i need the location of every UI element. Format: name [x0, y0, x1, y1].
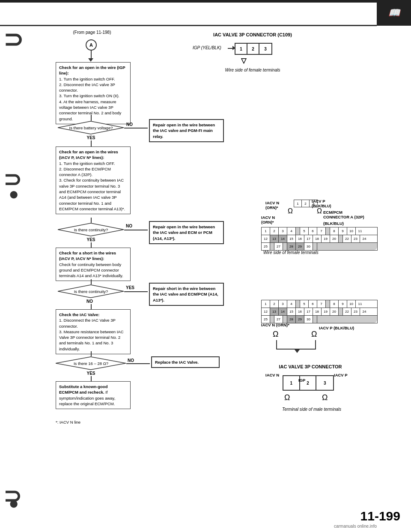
no4-label: NO: [128, 358, 134, 363]
igp-bottom-label: IGP: [298, 378, 305, 383]
iacvp-label-bot: (BLK/BLU): [323, 221, 344, 226]
repair-box3: Repair short in the wire between the IAC…: [149, 283, 224, 306]
wire-side-ecm1: Wire side of female terminals: [263, 250, 319, 255]
gnd-line-l: [276, 340, 277, 349]
no2-label: NO: [126, 224, 132, 228]
check-short-text: Check for continuity between body ground…: [59, 262, 123, 278]
iac-top-title: IAC VALVE 3P CONNECTOR (C109): [210, 32, 295, 37]
final-box-title: Substitute a known-good ECM/PCM and rech…: [59, 384, 107, 395]
diamond1-text: Is there battery voltage?: [69, 126, 113, 130]
yes4-label: YES: [86, 371, 96, 376]
repair-box1: Repair open in the wire between the IAC …: [149, 119, 224, 142]
iacvn-bottom-label: IACV N: [265, 373, 279, 377]
diamond3: Is there continuity?: [58, 284, 124, 298]
omega-left2: Ω: [273, 330, 278, 339]
check-valve-box: Check the IAC Valve: 1. Disconnect the I…: [56, 309, 131, 354]
arrow-yes1: [91, 140, 92, 146]
start-circle: A: [86, 39, 97, 51]
yes2-label: YES: [86, 237, 96, 242]
repair1-text: Repair open in the wire between the IAC …: [153, 123, 215, 139]
repair-box4: Replace the IAC Valve.: [151, 356, 220, 368]
check-wires-step2: 2. Disconnect the ECM/PCM connector A (3…: [59, 167, 111, 177]
left-bracket-top: ⊃: [3, 28, 23, 51]
iacvp-bottom-label: IACV P: [334, 373, 348, 377]
check-igp-step2: 2. Disconnect the IAC valve 3P connector…: [59, 82, 115, 93]
left-bracket-mid2: ●: [9, 184, 19, 203]
iac-top-3pin: 1 2 3: [235, 43, 272, 55]
check-valve-step1: 1. Disconnect the IAC Valve 3P connector…: [59, 318, 116, 328]
wire-side-label-top: Wire side of female terminals: [210, 68, 295, 72]
iacvp-label-top: IACV P(BLK/BLU): [312, 199, 331, 208]
check-igp-step4: 4. At the wire harness, measure voltage …: [59, 99, 121, 121]
ecm-title: ECM/PCMCONNECTOR A (32P): [323, 210, 364, 219]
diamond4: Is there 16 – 28 Ω?: [56, 356, 126, 370]
footnote: *: IACV N line: [56, 420, 80, 424]
diamond2: Is there continuity?: [58, 223, 124, 236]
ecm-grid-2: 1 2 3 4 5 6 7 8 9 10 11 12 13 14 15 16 1…: [261, 300, 378, 323]
arrow-to-d4: [91, 351, 92, 356]
arrow-yes2: [91, 242, 92, 248]
diamond1: Is there battery voltage?: [58, 121, 124, 134]
check-wires-step3: 3. Check for continuity between IAC valv…: [59, 178, 125, 211]
no1-label: NO: [126, 122, 133, 127]
no1-line-h: [124, 128, 148, 129]
check-wires-title: Check for an open in the wires (IACV P, …: [59, 149, 118, 160]
ground-v-symbol: ▽: [241, 57, 246, 65]
repair-box2: Repair open in the wire between the IAC …: [149, 221, 224, 244]
check-short-title: Check for a short in the wires (IACV P, …: [59, 251, 116, 261]
terminal-side-label: Terminal side of male terminals: [273, 407, 350, 412]
arrow-from-circle: [91, 51, 92, 58]
arrow-to-d2: [91, 218, 92, 223]
arrow-to-d1: [91, 115, 92, 121]
check-short-box: Check for a short in the wires (IACV P, …: [56, 248, 131, 281]
check-valve-title: Check the IAC Valve:: [59, 312, 100, 317]
diamond3-text: Is there continuity?: [74, 289, 108, 294]
arrow-yes4: [91, 376, 92, 381]
arrow-to-d3: [91, 279, 92, 284]
omega-right2: Ω: [311, 330, 317, 339]
iac-bottom-3pin: 1 2 3: [283, 375, 334, 391]
igp-wire-label: IGP (YEL/BLK): [193, 43, 221, 53]
omega-bottom-r: Ω: [322, 393, 328, 402]
pin3: 3: [259, 44, 271, 54]
gnd-line-r: [315, 340, 316, 349]
check-igp-step1: 1. Turn the ignition switch OFF.: [59, 77, 115, 81]
check-wires-step1: 1. Turn the ignition switch OFF.: [59, 161, 115, 166]
repair3-text: Repair short in the wire between the IAC…: [153, 286, 218, 302]
website-footer: carmanuals online.info: [334, 524, 377, 529]
logo-symbol: 📖: [388, 7, 400, 18]
repair2-text: Repair open in the wire between the IAC …: [153, 224, 215, 241]
top-bar: [0, 0, 411, 3]
diamond4-text: Is there 16 – 28 Ω?: [74, 361, 108, 366]
no4-line: [126, 363, 150, 364]
check-igp-title: Check for an open in the wire (IGP line)…: [59, 65, 125, 75]
iacvn-label-bot: IACV N(ORN)*: [261, 215, 275, 224]
yes3-line: [124, 291, 148, 292]
logo-area: 📖: [377, 0, 411, 26]
check-wires-box: Check for an open in the wires (IACV P, …: [56, 146, 131, 214]
check-valve-step3: 3. Measure resistance between IAC Valve …: [59, 329, 124, 351]
page-number: 11-199: [360, 509, 400, 523]
omega-right: Ω: [317, 207, 322, 215]
arrowhead-from-circle: [88, 58, 93, 62]
yes3-label: YES: [126, 285, 134, 290]
yes1-label: YES: [86, 135, 96, 140]
ecm-grid-1: 1 2 3 4 5 6 7 8 9 10 11 12 13 14 15 16 1…: [261, 227, 378, 251]
check-igp-step3: 3. Turn the ignition switch ON (II).: [59, 93, 119, 98]
final-box: Substitute a known-good ECM/PCM and rech…: [56, 381, 131, 409]
igp-arrowhead: [232, 46, 235, 50]
no3-label: NO: [84, 299, 95, 304]
separator-line: [0, 25, 377, 26]
no2-line: [124, 230, 148, 230]
arrow-no3: [91, 304, 92, 309]
repair4-text: Replace the IAC Valve.: [155, 360, 199, 365]
iacvp-label2: IACV P (BLK/BLU): [319, 326, 354, 330]
pin1: 1: [235, 44, 247, 54]
from-page-label: (From page 11-198): [66, 30, 118, 35]
iacvn-label2: IACV N (ORN)*: [261, 323, 289, 327]
pin2: 2: [247, 44, 259, 54]
diamond2-text: Is there continuity?: [74, 227, 108, 232]
check-igp-box: Check for an open in the wire (IGP line)…: [56, 62, 131, 124]
iac-bottom-title: IAC VALVE 3P CONNECTOR: [268, 364, 353, 369]
left-bottom-dot: ●: [9, 493, 19, 513]
